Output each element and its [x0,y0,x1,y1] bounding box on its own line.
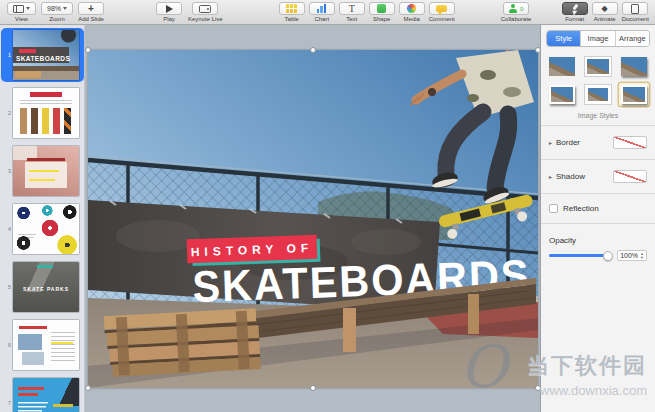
shape-label: Shape [373,15,390,23]
animate-icon: ◆ [602,4,608,13]
reflection-label: Reflection [563,204,647,213]
zoom-button[interactable]: 98% Zoom [41,2,73,23]
slide-photo: HISTORY OF SKATEBOARDS [88,50,538,388]
image-style-option-3[interactable] [619,55,649,78]
keynote-window: View 98% Zoom + Add Slide Play Keynote L… [0,0,655,412]
collaborate-label: Collaborate [501,15,532,23]
slide-thumb-art: SKATE PARKS [13,262,79,312]
slide-thumbnail-1[interactable]: 1 SKATEBOARDS [1,28,84,82]
table-button[interactable]: Table [279,2,305,23]
slide-number: 4 [3,226,11,232]
border-style-well[interactable] [613,136,647,149]
image-style-option-4[interactable] [547,83,577,106]
support-post [343,308,356,352]
slide-thumb-art [13,204,79,254]
animate-label: Animate [594,15,616,23]
inspector-tabs: Style Image Arrange [546,30,650,47]
chart-label: Chart [314,15,329,23]
selection-handle[interactable] [85,385,91,391]
image-styles-label: Image Styles [541,112,655,119]
text-icon: T [349,4,355,13]
opacity-slider[interactable] [549,254,612,257]
slide-number: 1 [3,52,11,58]
text-button[interactable]: T Text [339,2,365,23]
slide-thumbnail-2[interactable]: 2 [1,86,84,140]
comment-icon [436,5,447,12]
add-slide-label: Add Slide [78,15,104,23]
view-button[interactable]: View [7,2,36,23]
slide-number: 7 [3,400,11,406]
play-icon [166,5,173,13]
slide-navigator: 1 SKATEBOARDS 2 3 4 5 SKATE PARKS 6 [0,25,85,412]
play-button[interactable]: Play [156,2,182,23]
reflection-section: Reflection [541,200,655,217]
thumb-title: SKATEBOARDS [16,55,70,62]
tab-arrange[interactable]: Arrange [616,31,649,46]
support-post [468,294,479,334]
slide-thumb-art: SKATEBOARDS [13,30,79,80]
image-style-option-1[interactable] [547,55,577,78]
border-section: ▸ Border [541,132,655,153]
comment-button[interactable]: Comment [429,2,455,23]
chart-button[interactable]: Chart [309,2,335,23]
slide-thumbnail-4[interactable]: 4 [1,202,84,256]
media-button[interactable]: Media [399,2,425,23]
border-label: Border [556,138,613,147]
selection-handle[interactable] [310,385,316,391]
collaborate-button[interactable]: 0 Collaborate [501,2,532,23]
selection-handle[interactable] [85,47,91,53]
document-icon [631,4,639,14]
slide-number: 3 [3,168,11,174]
toolbar: View 98% Zoom + Add Slide Play Keynote L… [0,0,655,25]
shadow-label: Shadow [556,172,613,181]
keynote-live-button[interactable]: Keynote Live [188,2,223,23]
opacity-stepper[interactable]: ▲ ▼ [640,252,644,259]
image-style-option-5[interactable] [583,83,613,106]
media-icon [407,4,416,13]
slide-thumb-art [13,378,79,412]
keynote-live-label: Keynote Live [188,15,223,23]
slide-thumbnail-6[interactable]: 6 [1,318,84,372]
disclosure-icon[interactable]: ▸ [549,173,552,180]
keynote-live-icon [199,5,211,13]
slide-thumbnail-5[interactable]: 5 SKATE PARKS [1,260,84,314]
document-button[interactable]: Document [622,2,649,23]
zoom-label: Zoom [49,15,64,23]
image-style-option-6[interactable] [619,83,649,106]
comment-label: Comment [429,15,455,23]
collaborate-badge: 0 [520,6,523,12]
stepper-down-icon[interactable]: ▼ [640,256,644,260]
slide-image[interactable]: HISTORY OF SKATEBOARDS [88,50,538,388]
tab-style[interactable]: Style [547,31,581,46]
shape-button[interactable]: Shape [369,2,395,23]
zoom-value: 98% [47,5,61,12]
disclosure-icon[interactable]: ▸ [549,139,552,146]
opacity-label: Opacity [549,236,647,245]
opacity-value: 100% [620,252,638,259]
table-icon [286,4,297,13]
table-label: Table [285,15,299,23]
reflection-checkbox[interactable] [549,204,558,213]
format-button[interactable]: Format [562,2,588,23]
slide-thumbnail-7[interactable]: 7 [1,376,84,412]
text-label: Text [346,15,357,23]
chevron-down-icon [63,7,67,10]
opacity-field[interactable]: 100% ▲ ▼ [617,250,647,261]
shadow-style-well[interactable] [613,170,647,183]
add-slide-button[interactable]: + Add Slide [78,2,104,23]
selection-handle[interactable] [310,47,316,53]
document-label: Document [622,15,649,23]
collaborate-icon [509,4,518,13]
view-label: View [15,15,28,23]
image-styles-grid [541,55,655,106]
slide-number: 2 [3,110,11,116]
tab-image[interactable]: Image [581,31,615,46]
shadow-section: ▸ Shadow [541,166,655,187]
animate-button[interactable]: ◆ Animate [592,2,618,23]
slide-canvas[interactable]: HISTORY OF SKATEBOARDS [86,25,540,412]
play-label: Play [163,15,175,23]
slide-number: 6 [3,342,11,348]
opacity-slider-knob[interactable] [603,251,613,261]
slide-thumbnail-3[interactable]: 3 [1,144,84,198]
image-style-option-2[interactable] [583,55,613,78]
